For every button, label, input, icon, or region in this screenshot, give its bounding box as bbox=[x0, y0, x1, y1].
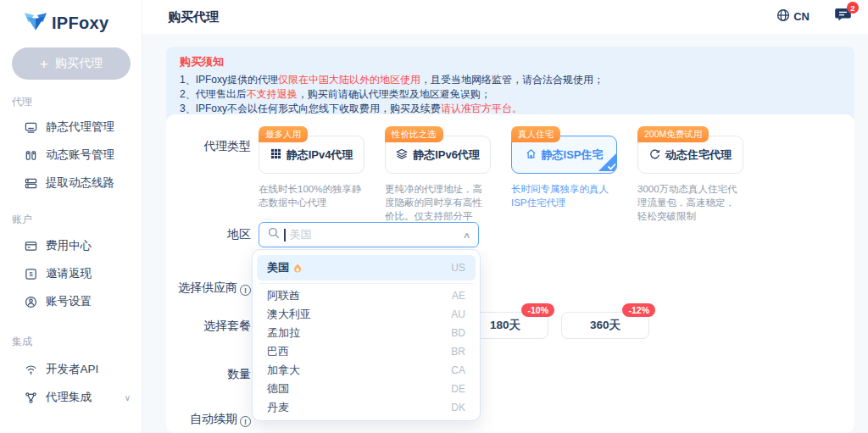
country-code: DK bbox=[451, 402, 465, 414]
dropdown-item-br[interactable]: 巴西BR bbox=[257, 342, 476, 361]
hot-flame-icon bbox=[293, 264, 302, 273]
country-code: AE bbox=[452, 290, 465, 302]
info-icon[interactable]: ! bbox=[240, 285, 251, 296]
country-name: 巴西 bbox=[267, 344, 289, 359]
messages-badge: 2 bbox=[847, 2, 859, 14]
country-code: DE bbox=[451, 383, 465, 395]
country-name: 加拿大 bbox=[267, 363, 300, 378]
discount-badge: -10% bbox=[521, 303, 554, 317]
fox-logo-icon bbox=[24, 11, 47, 36]
dropdown-item-au[interactable]: 澳大利亚AU bbox=[257, 305, 476, 324]
billing-icon bbox=[24, 240, 37, 253]
package-label-text: 180天 bbox=[490, 318, 520, 333]
badge-best-value: 性价比之选 bbox=[385, 126, 443, 142]
region-select[interactable]: 美国 ∧ bbox=[259, 222, 479, 247]
search-icon bbox=[268, 227, 280, 242]
messages-button[interactable]: 2 bbox=[835, 8, 851, 25]
sidebar-section-integration: 集成 bbox=[12, 335, 32, 349]
proxy-type-desc: 在线时长100%的独享静态数据中心代理 bbox=[259, 182, 364, 209]
badge-free-trial: 200M免费试用 bbox=[637, 126, 709, 142]
header: 购买代理 CN 2 bbox=[142, 0, 868, 34]
country-name: 孟加拉 bbox=[267, 325, 300, 341]
country-code: US bbox=[451, 262, 465, 274]
proxy-type-desc: 3000万动态真人住宅代理流量包，高速稳定，轻松突破限制 bbox=[637, 182, 743, 223]
dropdown-item-ae[interactable]: 阿联酋AE bbox=[257, 286, 476, 305]
divider bbox=[259, 283, 474, 284]
sidebar-item-developer-api[interactable]: 开发者API bbox=[24, 362, 131, 377]
sidebar-item-proxy-integration[interactable]: 代理集成 ∨ bbox=[24, 390, 131, 405]
brand-logo[interactable]: IPFoxy bbox=[24, 11, 108, 36]
server-icon bbox=[24, 177, 37, 190]
sidebar-item-dynamic-accounts[interactable]: 动态账号管理 bbox=[24, 147, 131, 163]
integration-icon bbox=[24, 391, 37, 404]
country-name: 阿联酋 bbox=[267, 288, 300, 303]
region-label: 地区 bbox=[166, 227, 251, 242]
chevron-down-icon: ∨ bbox=[125, 393, 131, 402]
country-code: BD bbox=[451, 327, 465, 339]
proxy-type-isp[interactable]: 真人住宅 静态ISP住宅 长时间专属独享的真人ISP住宅代理 bbox=[511, 136, 617, 236]
selected-check-icon bbox=[598, 153, 617, 174]
quantity-label: 数量 bbox=[166, 367, 251, 382]
info-icon[interactable]: ! bbox=[240, 416, 251, 427]
sidebar-item-billing[interactable]: 费用中心 bbox=[24, 238, 131, 253]
grid-icon bbox=[270, 148, 281, 162]
country-code: CA bbox=[451, 364, 465, 376]
sidebar: IPFoxy + 购买代理 代理 静态代理管理 动态账号管理 提取动态线路 账户 bbox=[0, 0, 142, 433]
language-switcher[interactable]: CN bbox=[776, 8, 810, 25]
auto-renew-label: 自动续期! bbox=[166, 412, 251, 427]
country-name: 德国 bbox=[267, 381, 289, 397]
dropdown-item-bd[interactable]: 孟加拉BD bbox=[257, 324, 476, 342]
country-code: BR bbox=[451, 346, 465, 358]
cashback-icon: $ bbox=[24, 268, 37, 280]
text-cursor bbox=[284, 229, 286, 241]
sidebar-item-label: 静态代理管理 bbox=[46, 119, 114, 135]
package-options: 180天 -10% 360天 -12% bbox=[462, 312, 649, 339]
discount-badge: -12% bbox=[622, 303, 655, 317]
sidebar-item-label: 动态账号管理 bbox=[46, 147, 114, 163]
proxy-type-dynamic[interactable]: 200M免费试用 动态住宅代理 3000万动态真人住宅代理流量包，高速稳定，轻松… bbox=[637, 136, 743, 236]
region-dropdown: 美国 US 阿联酋AE 澳大利亚AU 孟加拉BD 巴西BR 加拿大CA 德国DE… bbox=[252, 249, 481, 421]
sidebar-item-label: 费用中心 bbox=[46, 238, 92, 253]
package-label: 选择套餐 bbox=[166, 319, 251, 334]
buy-proxy-button[interactable]: + 购买代理 bbox=[12, 47, 131, 80]
monitor-icon bbox=[24, 121, 37, 134]
brand-name: IPFoxy bbox=[52, 14, 108, 33]
api-icon bbox=[24, 364, 37, 376]
badge-most-popular: 最多人用 bbox=[259, 126, 308, 142]
content-area: 购买须知 1、IPFoxy提供的代理仅限在中国大陆以外的地区使用，且受当地网络监… bbox=[142, 34, 868, 433]
supplier-label: 选择供应商! bbox=[166, 280, 251, 296]
dropdown-item-dk[interactable]: 丹麦DK bbox=[257, 398, 476, 417]
sidebar-item-label: 邀请返现 bbox=[46, 266, 92, 281]
home-icon bbox=[526, 148, 537, 162]
sidebar-item-extract-lines[interactable]: 提取动态线路 bbox=[24, 175, 131, 191]
proxy-type-label: 代理类型 bbox=[166, 139, 251, 154]
package-label-text: 360天 bbox=[590, 318, 620, 333]
dropdown-item-ca[interactable]: 加拿大CA bbox=[257, 361, 476, 380]
sidebar-item-cashback[interactable]: $ 邀请返现 bbox=[24, 266, 131, 281]
proxy-type-title: 静态IPv4代理 bbox=[287, 147, 353, 163]
dropdown-item-de[interactable]: 德国DE bbox=[257, 380, 476, 398]
svg-text:$: $ bbox=[29, 270, 33, 278]
sidebar-item-label: 提取动态线路 bbox=[46, 175, 114, 191]
proxy-type-desc: 长时间专属独享的真人ISP住宅代理 bbox=[511, 182, 617, 209]
sidebar-section-account: 账户 bbox=[12, 213, 32, 227]
language-label: CN bbox=[793, 10, 810, 23]
page-title: 购买代理 bbox=[168, 9, 219, 25]
sidebar-section-proxy: 代理 bbox=[12, 95, 32, 109]
notice-line-2: 2、代理售出后不支持退换，购买前请确认代理类型及地区避免误购； bbox=[180, 87, 841, 102]
proxy-type-title: 动态住宅代理 bbox=[665, 147, 732, 163]
country-name: 美国 bbox=[267, 260, 289, 275]
purchase-notice: 购买须知 1、IPFoxy提供的代理仅限在中国大陆以外的地区使用，且受当地网络监… bbox=[166, 47, 854, 123]
chevron-up-icon[interactable]: ∧ bbox=[462, 230, 470, 240]
proxy-type-title: 静态ISP住宅 bbox=[542, 147, 604, 163]
sidebar-item-static-proxy[interactable]: 静态代理管理 bbox=[24, 119, 131, 135]
dropdown-item-us[interactable]: 美国 US bbox=[257, 255, 476, 280]
region-select-placeholder: 美国 bbox=[290, 227, 459, 242]
buy-proxy-button-label: 购买代理 bbox=[55, 56, 103, 71]
sidebar-item-label: 代理集成 bbox=[46, 390, 92, 405]
notice-line-1: 1、IPFoxy提供的代理仅限在中国大陆以外的地区使用，且受当地网络监管，请合法… bbox=[180, 73, 841, 87]
country-name: 澳大利亚 bbox=[267, 307, 311, 322]
package-360-days[interactable]: 360天 -12% bbox=[561, 312, 649, 339]
sidebar-item-account-settings[interactable]: 账号设置 bbox=[24, 294, 131, 309]
sidebar-item-label: 开发者API bbox=[46, 362, 98, 377]
